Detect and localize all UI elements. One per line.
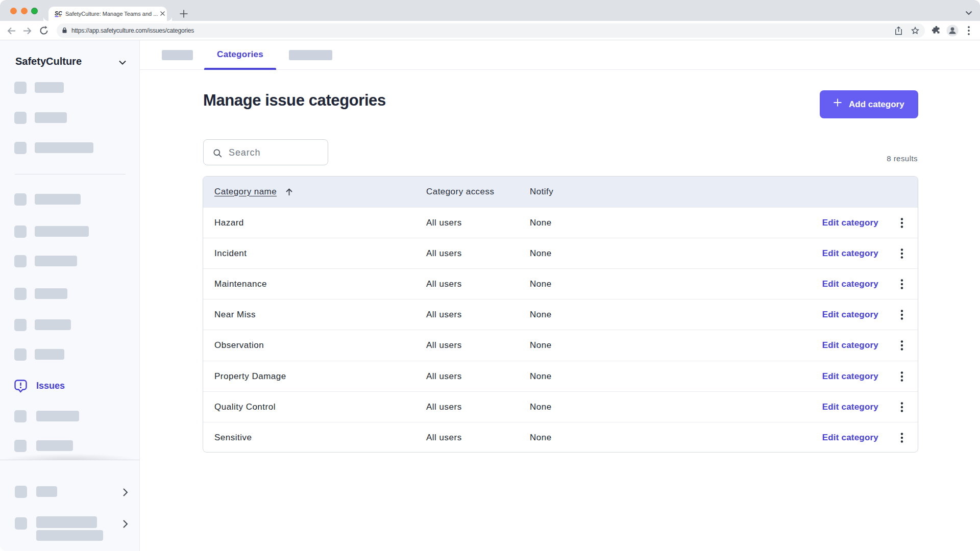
svg-text:SC: SC [55, 10, 62, 16]
